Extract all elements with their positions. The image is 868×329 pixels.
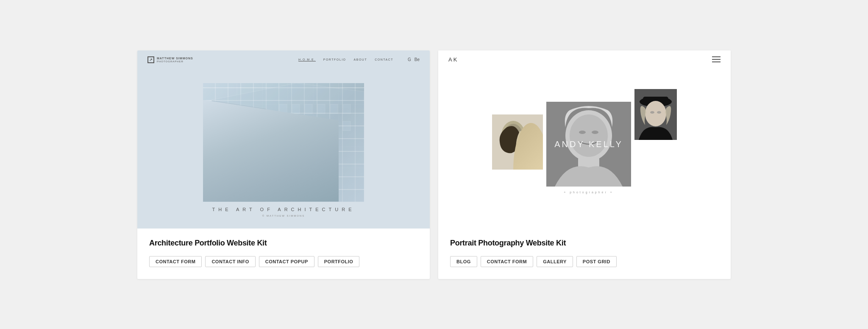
arch-building-image: [203, 83, 364, 202]
svg-rect-35: [343, 121, 351, 131]
arch-preview: ↗ MATTHEW SIMMONS PHOTOGRAPHER H.O.M.E. …: [137, 50, 430, 229]
photo-card-info: Portrait Photography Website Kit BLOG CO…: [438, 229, 731, 279]
photo-content: ANDY KELLY + photographer +: [438, 67, 731, 229]
photo-card-title: Portrait Photography Website Kit: [450, 239, 719, 248]
card-portrait: AK: [438, 50, 731, 279]
svg-point-41: [570, 114, 608, 157]
hamburger-line-2: [712, 59, 721, 60]
photo-logo: AK: [448, 56, 458, 63]
arch-nav: ↗ MATTHEW SIMMONS PHOTOGRAPHER H.O.M.E. …: [137, 50, 430, 70]
svg-point-48: [645, 101, 666, 126]
photo-left-col: [492, 114, 543, 170]
card-architecture: ↗ MATTHEW SIMMONS PHOTOGRAPHER H.O.M.E. …: [137, 50, 430, 279]
svg-rect-18: [220, 147, 226, 155]
tag-contact-info[interactable]: CONTACT INFO: [205, 256, 255, 267]
svg-rect-20: [241, 147, 248, 155]
svg-rect-14: [241, 117, 248, 125]
svg-rect-26: [305, 104, 312, 114]
arch-nav-icons: G Be: [408, 57, 420, 62]
arch-nav-home[interactable]: H.O.M.E.: [298, 58, 316, 61]
photo-portrait-main: ANDY KELLY: [546, 102, 631, 187]
portrait-1-svg: [492, 114, 543, 170]
arch-nav-contact[interactable]: CONTACT: [375, 58, 393, 61]
arch-lines-svg: [203, 83, 364, 202]
photo-center-col: ANDY KELLY + photographer +: [546, 102, 631, 194]
svg-rect-16: [231, 132, 237, 140]
behance-icon[interactable]: Be: [415, 57, 420, 62]
arch-card-title: Architecture Portfolio Website Kit: [149, 239, 418, 248]
svg-rect-32: [305, 121, 312, 131]
svg-rect-24: [279, 104, 287, 114]
svg-rect-34: [330, 121, 338, 131]
arch-logo: ↗ MATTHEW SIMMONS PHOTOGRAPHER: [147, 56, 193, 64]
google-icon[interactable]: G: [408, 57, 411, 62]
svg-rect-22: [231, 162, 237, 170]
svg-rect-17: [241, 132, 248, 140]
svg-point-50: [657, 111, 661, 114]
svg-rect-31: [292, 121, 300, 131]
svg-rect-12: [220, 117, 226, 125]
svg-marker-10: [211, 83, 364, 202]
svg-point-49: [650, 111, 654, 114]
svg-rect-25: [292, 104, 300, 114]
tag-gallery[interactable]: GALLERY: [537, 256, 573, 267]
hamburger-line-1: [712, 56, 721, 57]
arch-logo-text: MATTHEW SIMMONS PHOTOGRAPHER: [157, 56, 193, 64]
photo-portrait-3: [634, 89, 677, 140]
svg-rect-15: [220, 132, 226, 140]
arch-nav-links: H.O.M.E. PORTFOLIO ABOUT CONTACT G Be: [298, 57, 420, 62]
hamburger-menu-button[interactable]: [712, 56, 721, 62]
hamburger-line-3: [712, 61, 721, 62]
arch-nav-portfolio[interactable]: PORTFOLIO: [323, 58, 346, 61]
arch-nav-about[interactable]: ABOUT: [354, 58, 367, 61]
photo-name-overlay: ANDY KELLY: [554, 139, 623, 149]
photo-preview: AK: [438, 50, 731, 229]
svg-rect-33: [317, 121, 325, 131]
svg-point-42: [579, 131, 586, 134]
arch-card-tags: CONTACT FORM CONTACT INFO CONTACT POPUP …: [149, 256, 418, 267]
photo-grid: ANDY KELLY + photographer +: [442, 102, 726, 194]
svg-rect-28: [330, 104, 338, 114]
tag-post-grid[interactable]: POST GRID: [576, 256, 617, 267]
tag-portfolio[interactable]: PORTFOLIO: [318, 256, 360, 267]
svg-rect-23: [241, 162, 248, 170]
arch-card-info: Architecture Portfolio Website Kit CONTA…: [137, 229, 430, 279]
svg-rect-29: [343, 104, 351, 114]
arch-hero-credit: © MATTHEW SIMMONS: [262, 215, 305, 217]
tag-blog[interactable]: BLOG: [450, 256, 477, 267]
tag-contact-popup[interactable]: CONTACT POPUP: [259, 256, 314, 267]
portrait-3-svg: [634, 89, 677, 140]
photo-portrait-1: [492, 114, 543, 170]
tag-contact-form[interactable]: CONTACT FORM: [149, 256, 202, 267]
arch-logo-box-icon: ↗: [147, 56, 154, 63]
arch-hero-title: THE ART OF ARCHITECTURE: [212, 207, 355, 212]
photo-tagline: + photographer +: [564, 191, 614, 194]
tag-contact-form-2[interactable]: CONTACT FORM: [481, 256, 533, 267]
svg-rect-13: [231, 117, 237, 125]
svg-rect-21: [220, 162, 226, 170]
svg-rect-19: [231, 147, 237, 155]
photo-card-tags: BLOG CONTACT FORM GALLERY POST GRID: [450, 256, 719, 267]
photo-right-col: [634, 89, 677, 140]
svg-point-43: [592, 131, 598, 134]
cards-container: ↗ MATTHEW SIMMONS PHOTOGRAPHER H.O.M.E. …: [137, 50, 731, 279]
svg-marker-11: [211, 100, 267, 202]
svg-rect-27: [317, 104, 325, 114]
svg-rect-30: [279, 121, 287, 131]
photo-nav: AK: [438, 50, 731, 69]
